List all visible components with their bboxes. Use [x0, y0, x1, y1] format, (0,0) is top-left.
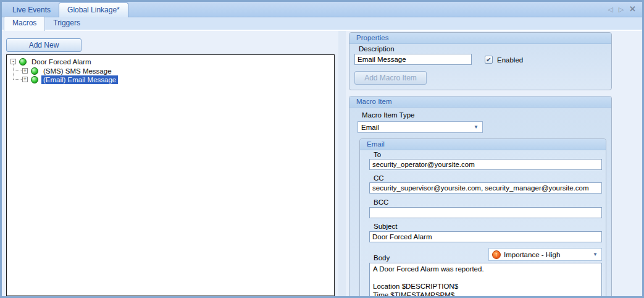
cc-label: CC: [374, 174, 384, 182]
tree-item-sms-message[interactable]: + (SMS) SMS Message: [22, 66, 114, 75]
sub-tab-bar: Macros Triggers: [2, 17, 642, 31]
body-label: Body: [374, 254, 390, 262]
add-new-button[interactable]: Add New: [6, 38, 82, 52]
enabled-label: Enabled: [497, 56, 523, 64]
tree-item-email-message[interactable]: + (Email) Email Message: [22, 75, 118, 84]
email-group-title: Email: [360, 139, 606, 150]
macro-status-icon: [31, 76, 38, 83]
to-input[interactable]: [369, 159, 602, 170]
main-tab-bar: Live Events Global Linkage*: [2, 2, 642, 17]
tree-item-label: Door Forced Alarm: [30, 57, 93, 66]
importance-high-icon: ↑: [492, 250, 501, 259]
chevron-down-icon: ▼: [474, 124, 482, 130]
panel-splitter[interactable]: [338, 31, 346, 296]
window-controls: ◁ ▷ ✕: [608, 5, 636, 14]
add-macro-item-button[interactable]: Add Macro Item: [354, 71, 427, 85]
tree-connector: [13, 64, 14, 80]
nav-left-icon[interactable]: ◁: [608, 5, 613, 14]
enabled-checkbox[interactable]: ✔: [485, 56, 493, 64]
tree-connector: [14, 79, 22, 80]
macro-item-group: Macro Item Macro Item Type Email ▼ Email…: [349, 96, 612, 298]
bcc-input[interactable]: [369, 207, 602, 218]
subject-input[interactable]: [369, 231, 602, 242]
close-icon[interactable]: ✕: [629, 5, 636, 14]
importance-dropdown[interactable]: ↑ Importance - High ▼: [488, 248, 602, 261]
macro-item-type-value: Email: [361, 124, 379, 131]
tab-live-events[interactable]: Live Events: [4, 3, 59, 17]
chevron-down-icon: ▼: [593, 252, 601, 257]
tab-macros[interactable]: Macros: [4, 16, 45, 31]
body-textarea[interactable]: A Door Forced Alarm was reported. Locati…: [369, 263, 602, 298]
collapse-expander-icon[interactable]: -: [10, 59, 16, 64]
tab-triggers[interactable]: Triggers: [45, 17, 88, 30]
bcc-label: BCC: [374, 198, 388, 206]
to-label: To: [374, 151, 381, 158]
expand-expander-icon[interactable]: +: [22, 68, 28, 74]
macro-item-type-dropdown[interactable]: Email ▼: [358, 121, 483, 133]
expand-expander-icon[interactable]: +: [22, 77, 28, 82]
tree-item-label: (SMS) SMS Message: [41, 67, 114, 75]
nav-right-icon[interactable]: ▷: [619, 5, 624, 14]
tree-item-label-selected: (Email) Email Message: [41, 75, 118, 84]
tab-global-linkage[interactable]: Global Linkage*: [59, 2, 128, 17]
macro-item-group-title: Macro Item: [349, 96, 611, 108]
tree-item-door-forced-alarm[interactable]: - Door Forced Alarm: [10, 57, 93, 66]
properties-group: Properties Description ✔ Enabled Add Mac…: [349, 32, 612, 90]
importance-value: Importance - High: [504, 251, 560, 258]
global-linkage-window: Live Events Global Linkage* ◁ ▷ ✕ Macros…: [0, 0, 644, 298]
description-input[interactable]: [354, 54, 472, 65]
email-group: Email To CC BCC Subject ↑ Importance - H…: [359, 138, 606, 298]
macro-item-type-label: Macro Item Type: [362, 111, 414, 119]
subject-label: Subject: [374, 223, 397, 230]
macro-tree: - Door Forced Alarm + (SMS) SMS Message …: [6, 54, 335, 296]
properties-group-title: Properties: [349, 33, 611, 44]
description-label: Description: [359, 45, 395, 53]
macro-status-icon: [19, 58, 27, 66]
tree-connector: [14, 70, 22, 71]
macro-status-icon: [31, 67, 38, 75]
cc-input[interactable]: [369, 182, 602, 194]
